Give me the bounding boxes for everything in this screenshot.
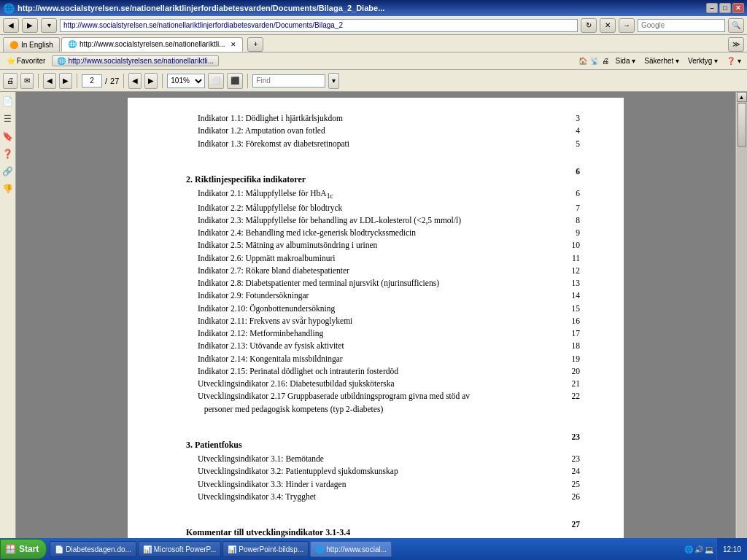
fit-page-button[interactable]: ⬜ [208, 73, 224, 89]
sidebar-attach-icon[interactable]: 🔗 [1, 165, 15, 178]
pdf-area: Indikator 1.1: Dödlighet i hjärtkärlsjuk… [16, 92, 735, 556]
item-page: 10 [562, 239, 580, 252]
tab-menu-button[interactable]: ≫ [728, 37, 744, 52]
list-item: Utvecklingsindikator 3.2: Patientupplevd… [186, 465, 580, 478]
close-button[interactable]: ✕ [732, 3, 744, 13]
find-dropdown[interactable]: ▾ [328, 73, 339, 89]
separator-5 [247, 74, 248, 88]
main-layout: 📄 ☰ 🔖 ❓ 🔗 👎 Indikator 1.1: Dödlighet i h… [0, 92, 747, 556]
item-text: Indikator 2.9: Fotundersökningar [198, 289, 562, 302]
sidebar-sign-icon[interactable]: 👎 [1, 182, 15, 195]
forward-button[interactable]: ▶ [22, 18, 38, 33]
page-input[interactable]: 2 [82, 74, 102, 88]
tab-favicon-2: 🌐 [68, 40, 77, 48]
sidebar-help-icon[interactable]: ❓ [1, 147, 15, 160]
section-2-block: 2. Riktlinjespecifika indikatorer 6 Indi… [186, 166, 580, 416]
taskbar-icon-4: 🌐 [315, 545, 324, 553]
taskbar-label-3: PowerPoint-bildsp... [239, 545, 303, 553]
sidebar-thumbs-icon[interactable]: 🔖 [1, 130, 15, 143]
full-screen-button[interactable]: ⬛ [227, 73, 243, 89]
taskbar-item-4[interactable]: 🌐 http://www.social... [310, 541, 392, 557]
item-page: 7 [562, 202, 580, 214]
kommentar-heading: Kommentar till utvecklingsindikator 3.1-… [186, 526, 350, 539]
scroll-track[interactable] [737, 102, 747, 545]
section-2-heading: 2. Riktlinjespecifika indikatorer [186, 173, 306, 186]
taskbar-item-3[interactable]: 📊 PowerPoint-bildsp... [222, 541, 309, 557]
pdf-back-button[interactable]: ◀ [43, 73, 56, 89]
favorites-button[interactable]: ⭐ Favoriter [3, 55, 49, 66]
help-menu[interactable]: ❓ ▾ [724, 56, 744, 66]
refresh-button[interactable]: ↻ [581, 18, 597, 33]
item-page: 9 [562, 227, 580, 239]
item-text: Indikator 2.6: Uppmätt makroalbuminuri [198, 252, 562, 265]
pdf-forward-button[interactable]: ▶ [59, 73, 72, 89]
clock-time: 12:10 [723, 545, 741, 553]
separator-2 [77, 74, 77, 88]
print-button[interactable]: 🖨 [3, 73, 18, 89]
item-text: Utvecklingsindikator 2.17 Gruppbaserade … [198, 390, 562, 416]
section-3-heading-row: 3. Patientfokus 23 [186, 431, 580, 453]
home-icon[interactable]: 🏠 [578, 57, 587, 65]
favorites-link[interactable]: 🌐 http://www.socialstyrelsen.se/nationel… [52, 55, 219, 66]
minimize-button[interactable]: – [706, 3, 718, 13]
search-input[interactable] [638, 19, 725, 32]
taskbar-item-2[interactable]: 📊 Microsoft PowerP... [138, 541, 221, 557]
pdf-toolbar: 🖨 ✉ ◀ ▶ 2 / 27 ◀ ▶ 101% 75% 100% 125% 15… [0, 70, 747, 92]
search-go-button[interactable]: 🔍 [728, 18, 744, 33]
item-text: Indikator 2.12: Metforminbehandling [198, 327, 562, 340]
go-button[interactable]: → [619, 18, 635, 33]
tab-favicon-1: 🟠 [9, 41, 18, 49]
email-button[interactable]: ✉ [20, 73, 34, 89]
list-item: Indikator 2.12: Metforminbehandling 17 [186, 327, 580, 340]
scroll-thumb[interactable] [738, 103, 746, 147]
back-button[interactable]: ◀ [3, 18, 19, 33]
item-page: 24 [562, 465, 580, 478]
item-text: Indikator 2.4: Behandling med icke-gener… [198, 227, 562, 239]
favorites-link-label: http://www.socialstyrelsen.se/nationella… [68, 57, 214, 65]
vertical-scrollbar[interactable]: ▲ ▼ [735, 92, 747, 556]
security-tool[interactable]: Säkerhet ▾ [641, 56, 682, 66]
maximize-button[interactable]: □ [719, 3, 731, 13]
page-tool[interactable]: Sida ▾ [612, 56, 638, 66]
tab-label-1: In English [21, 41, 53, 49]
tab-in-english[interactable]: 🟠 In English [3, 37, 60, 52]
zoom-select[interactable]: 101% 75% 100% 125% 150% [167, 74, 205, 88]
item-page: 26 [562, 491, 580, 503]
tabs-row: 🟠 In English 🌐 http://www.socialstyrelse… [0, 35, 747, 52]
print-icon[interactable]: 🖨 [602, 57, 609, 65]
tab-socialstyrelsen[interactable]: 🌐 http://www.socialstyrelsen.se/nationel… [61, 37, 244, 52]
stop-button[interactable]: ✕ [600, 18, 616, 33]
item-text: Indikator 2.7: Rökare bland diabetespati… [198, 265, 562, 277]
item-text: Indikator 2.14: Kongenitala missbildning… [198, 353, 562, 365]
next-page-button[interactable]: ▶ [144, 73, 158, 89]
item-text: Indikator 2.15: Perinatal dödlighet och … [198, 365, 562, 378]
tab-close-2[interactable]: ✕ [231, 41, 236, 48]
item-page: 3 [562, 112, 580, 125]
item-page: 14 [562, 289, 580, 302]
section-1-items: Indikator 1.1: Dödlighet i hjärtkärlsjuk… [186, 112, 580, 150]
item-text: Indikator 2.5: Mätning av albuminutsöndr… [198, 239, 562, 252]
window-controls: – □ ✕ [706, 3, 744, 13]
list-item: Indikator 2.5: Mätning av albuminutsöndr… [186, 239, 580, 252]
new-tab-button[interactable]: + [247, 37, 263, 52]
item-text: Utvecklingsindikator 3.3: Hinder i varda… [198, 478, 562, 491]
scroll-up-button[interactable]: ▲ [737, 92, 747, 102]
dropdown-button[interactable]: ▾ [41, 18, 57, 33]
taskbar-item-1[interactable]: 📄 Diabetesdagen.do... [50, 541, 136, 557]
item-page: 12 [562, 265, 580, 277]
list-item: Utvecklingsindikator 3.4: Trygghet 26 [186, 491, 580, 503]
start-button[interactable]: 🪟 Start [0, 539, 47, 559]
list-item: Indikator 2.14: Kongenitala missbildning… [186, 353, 580, 365]
rss-icon[interactable]: 📡 [590, 57, 599, 65]
prev-page-button[interactable]: ◀ [128, 73, 142, 89]
taskbar-label-4: http://www.social... [326, 545, 387, 553]
item-page: 15 [562, 303, 580, 315]
find-input[interactable] [252, 74, 325, 88]
tools-menu[interactable]: Verktyg ▾ [685, 56, 721, 66]
title-bar: 🌐 http://www.socialstyrelsen.se/nationel… [0, 0, 747, 16]
sidebar-bookmark-icon[interactable]: ☰ [1, 112, 15, 125]
start-label: Start [19, 544, 39, 554]
address-input[interactable] [60, 19, 578, 32]
sidebar-page-icon[interactable]: 📄 [1, 95, 15, 108]
tray-icon-1: 🌐 [684, 545, 693, 553]
